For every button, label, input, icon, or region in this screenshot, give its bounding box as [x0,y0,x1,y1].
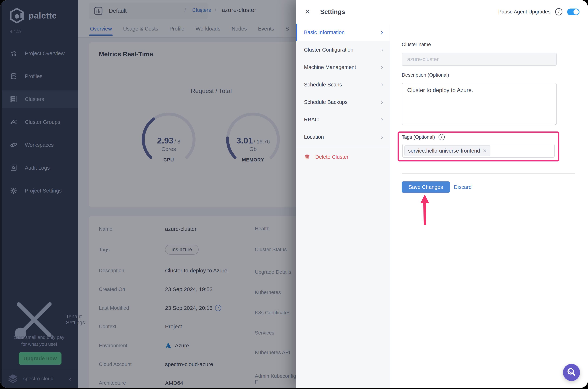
cluster-groups-icon [10,118,17,126]
palette-logo-icon [9,7,25,24]
sidebar-item-project-settings[interactable]: Project Settings [0,182,78,199]
project-overview-icon [10,50,17,57]
description-textarea[interactable]: Cluster to deploy to Azure. [402,83,557,125]
nav-machine-management[interactable]: Machine Management › [296,59,390,76]
window-left-edge [0,0,2,388]
nav-schedule-backups[interactable]: Schedule Backups › [296,93,390,111]
annotation-arrow [415,194,435,226]
sidebar-item-clusters[interactable]: Clusters [0,91,78,108]
description-label: Description (Optional) [402,72,449,78]
nav-cluster-configuration[interactable]: Cluster Configuration › [296,41,390,59]
audit-logs-icon [10,164,17,171]
settings-title: Settings [320,8,345,15]
nav-location[interactable]: Location › [296,128,390,146]
cluster-name-input[interactable] [402,53,557,66]
chevron-right-icon: › [381,46,383,54]
trash-icon [304,154,310,160]
tags-label: Tags (Optional) [402,134,435,140]
tags-input[interactable]: service:hello-universe-frontend ✕ [402,144,555,158]
clusters-icon [10,96,17,103]
upgrade-now-button[interactable]: Upgrade now [19,352,61,365]
app-version: 4.4.19 [10,29,22,34]
sidebar-item-audit-logs[interactable]: Audit Logs [0,159,78,177]
info-icon[interactable]: i [555,8,562,15]
cluster-name-label: Cluster name [402,42,431,47]
collapse-sidebar-icon[interactable]: ‹ [69,375,71,382]
info-icon[interactable]: i [439,134,445,140]
save-changes-button[interactable]: Save Changes [402,181,450,193]
search-help-fab[interactable] [563,364,580,381]
spectro-cloud-logo [7,374,19,384]
gear-icon [10,187,17,194]
delete-cluster-button[interactable]: Delete Cluster [296,148,390,166]
pause-agent-upgrades-label: Pause Agent Upgrades [498,9,550,15]
nav-schedule-scans[interactable]: Schedule Scans › [296,76,390,93]
chevron-right-icon: › [381,133,383,141]
pause-agent-upgrades-toggle[interactable] [567,8,580,15]
chevron-right-icon: › [381,98,383,106]
settings-drawer: ✕ Settings Pause Agent Upgrades i Basic … [296,0,588,388]
tag-chip: service:hello-universe-frontend ✕ [404,145,490,156]
sidebar: palette 4.4.19 Project Overview Profiles… [0,0,78,388]
chevron-right-icon: › [381,81,383,88]
settings-header: ✕ Settings Pause Agent Upgrades i [296,0,588,24]
chevron-right-icon: › [381,63,383,71]
sidebar-item-project-overview[interactable]: Project Overview [0,45,78,62]
close-icon[interactable]: ✕ [305,8,314,15]
chevron-right-icon: › [381,29,383,36]
logo-wordmark: palette [29,11,57,21]
sidebar-item-tenant-settings[interactable]: Tenant Settings [0,311,88,328]
search-smile-icon [567,368,576,377]
sidebar-footer: spectro cloud ‹ [0,369,78,388]
settings-nav: Basic Information › Cluster Configuratio… [296,24,390,388]
nav-basic-information[interactable]: Basic Information › [296,24,390,41]
modal-overlay[interactable] [78,0,296,388]
sidebar-item-cluster-groups[interactable]: Cluster Groups [0,113,78,131]
brand-text: spectro cloud [23,376,54,382]
app-window: Default ∨ / Clusters / azure-cluster Ove… [0,0,588,388]
discard-link[interactable]: Discard [454,184,472,190]
sidebar-item-profiles[interactable]: Profiles [0,67,78,85]
sidebar-item-workspaces[interactable]: Workspaces [0,136,78,154]
workspaces-icon [10,141,17,149]
chevron-right-icon: › [381,116,383,123]
profiles-icon [10,73,17,80]
toggle-knob [573,9,579,15]
remove-tag-icon[interactable]: ✕ [483,148,487,154]
upgrade-promo-text: Start small and only pay for what you us… [0,334,78,348]
form-divider [402,173,575,174]
nav-rbac[interactable]: RBAC › [296,111,390,128]
settings-form: Cluster name Description (Optional) Clus… [390,24,588,388]
